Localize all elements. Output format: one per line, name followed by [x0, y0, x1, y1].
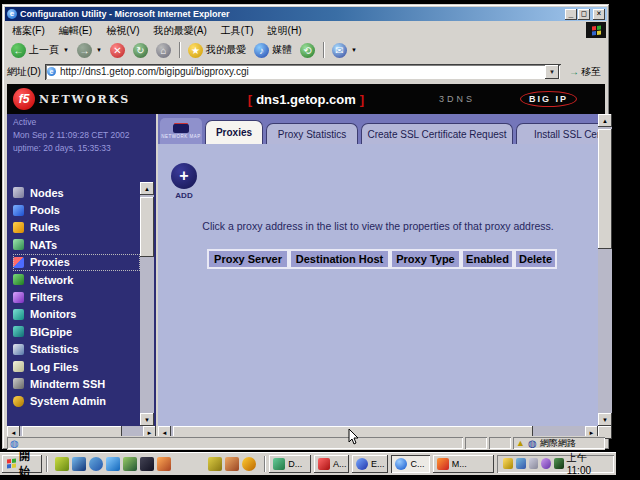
go-icon: → [569, 66, 579, 77]
sidebar-item-monitors[interactable]: Monitors [13, 306, 140, 323]
media-button[interactable]: ♪ 媒體 [250, 42, 296, 59]
sidebar-nav: Nodes Pools Rules NATs Proxies Network F… [13, 184, 140, 410]
system-tray: 上午 11:00 [497, 455, 614, 473]
sidebar-item-statistics[interactable]: Statistics [13, 341, 140, 358]
sidebar-item-proxies[interactable]: Proxies [13, 254, 140, 271]
address-input[interactable]: e http://dns1.getop.com/bigipgui/bigprox… [45, 64, 561, 80]
scroll-up-icon[interactable]: ▲ [140, 182, 154, 195]
quick-launch-icon[interactable] [225, 457, 239, 471]
sidebar-item-system-admin[interactable]: System Admin [13, 393, 140, 410]
back-label: 上一頁 [29, 43, 59, 57]
column-proxy-type[interactable]: Proxy Type [390, 249, 461, 269]
quick-launch-icon[interactable] [72, 457, 86, 471]
task-button-3[interactable]: E... [352, 455, 389, 473]
menu-view[interactable]: 檢視(V) [99, 23, 146, 39]
close-button[interactable]: × [593, 9, 605, 20]
task-button-4-active[interactable]: C... [391, 455, 429, 473]
content-scrollbar[interactable]: ▲ ▼ [598, 114, 612, 426]
quick-launch-icon[interactable] [123, 457, 137, 471]
column-destination-host[interactable]: Destination Host [289, 249, 390, 269]
media-label: 媒體 [272, 43, 292, 57]
tab-proxies[interactable]: Proxies [205, 120, 263, 144]
forward-icon: → [77, 43, 92, 58]
refresh-button[interactable]: ↻ [129, 42, 152, 59]
quick-launch-icon[interactable] [208, 457, 222, 471]
quick-launch-icon[interactable] [191, 457, 205, 471]
toolbar-separator [323, 42, 324, 58]
address-bar: 網址(D) e http://dns1.getop.com/bigipgui/b… [5, 61, 607, 82]
title-bar[interactable]: e Configuration Utility - Microsoft Inte… [5, 7, 607, 21]
column-proxy-server[interactable]: Proxy Server [207, 249, 289, 269]
address-dropdown-icon[interactable]: ▼ [545, 65, 559, 79]
forward-button[interactable]: → ▼ [73, 42, 106, 59]
sidebar-item-nodes[interactable]: Nodes [13, 184, 140, 201]
tray-icon[interactable] [554, 458, 564, 469]
mail-button[interactable]: ✉ ▼ [328, 42, 361, 59]
sidebar-item-rules[interactable]: Rules [13, 219, 140, 236]
scrollbar-thumb[interactable] [140, 197, 154, 257]
menu-file[interactable]: 檔案(F) [5, 23, 52, 39]
column-enabled[interactable]: Enabled [461, 249, 514, 269]
sidebar-item-filters[interactable]: Filters [13, 288, 140, 305]
add-label: ADD [171, 191, 197, 200]
scroll-down-icon[interactable]: ▼ [140, 413, 154, 426]
menu-help[interactable]: 說明(H) [261, 23, 309, 39]
quick-launch-icon[interactable] [242, 457, 256, 471]
tray-icon[interactable] [503, 458, 513, 469]
nav-3dns[interactable]: 3DNS [439, 94, 475, 104]
ie-window-icon: e [7, 9, 17, 19]
sidebar-item-network[interactable]: Network [13, 271, 140, 288]
instruction-text: Click a proxy address in the list to vie… [158, 220, 598, 232]
task-icon [273, 458, 285, 470]
network-map-button[interactable]: NETWORK MAP [160, 118, 202, 144]
forward-dropdown-icon[interactable]: ▼ [96, 47, 102, 53]
home-button[interactable]: ⌂ [152, 42, 175, 59]
quick-launch-icon[interactable] [89, 457, 103, 471]
scroll-up-icon[interactable]: ▲ [598, 114, 612, 127]
menu-favorites[interactable]: 我的最愛(A) [146, 23, 213, 39]
quick-launch-icon[interactable] [174, 457, 188, 471]
scrollbar-thumb[interactable] [598, 129, 612, 249]
tray-icon[interactable] [541, 458, 551, 469]
minimize-button[interactable]: _ [565, 9, 577, 20]
task-button-1[interactable]: D... [269, 455, 311, 473]
go-button[interactable]: → 移至 [565, 65, 605, 79]
menu-edit[interactable]: 編輯(E) [52, 23, 99, 39]
nav-bigip[interactable]: BIG IP [520, 91, 577, 107]
back-dropdown-icon[interactable]: ▼ [63, 47, 69, 53]
tab-proxy-statistics[interactable]: Proxy Statistics [266, 123, 358, 144]
quick-launch-icon[interactable] [157, 457, 171, 471]
tab-create-ssl-certificate-request[interactable]: Create SSL Certificate Request [361, 123, 513, 144]
add-button[interactable]: + [171, 163, 197, 189]
tab-install-ssl-certificate[interactable]: Install SSL Certif [516, 123, 598, 144]
sidebar-item-log-files[interactable]: Log Files [13, 358, 140, 375]
back-button[interactable]: ← 上一頁 ▼ [7, 42, 73, 59]
history-button[interactable]: ⟲ [296, 42, 319, 59]
menu-tools[interactable]: 工具(T) [214, 23, 261, 39]
tray-icon[interactable] [529, 458, 539, 469]
sidebar-item-pools[interactable]: Pools [13, 201, 140, 218]
history-icon: ⟲ [300, 43, 315, 58]
sidebar-scrollbar[interactable]: ▲ ▼ [140, 182, 154, 426]
quick-launch-icon[interactable] [55, 457, 69, 471]
scroll-down-icon[interactable]: ▼ [598, 413, 612, 426]
clock[interactable]: 上午 11:00 [567, 451, 608, 476]
task-button-2[interactable]: A... [314, 455, 349, 473]
tray-icon[interactable] [516, 458, 526, 469]
mail-dropdown-icon[interactable]: ▼ [351, 47, 357, 53]
sidebar-item-nats[interactable]: NATs [13, 236, 140, 253]
task-button-5[interactable]: M... [433, 455, 495, 473]
start-button[interactable]: 開始 [2, 455, 42, 473]
sidebar-item-label: Mindterm SSH [30, 378, 105, 390]
status-active: Active [13, 117, 156, 127]
sidebar-item-bigpipe[interactable]: BIGpipe [13, 323, 140, 340]
sidebar-item-mindterm-ssh[interactable]: Mindterm SSH [13, 375, 140, 392]
favorites-button[interactable]: ★ 我的最愛 [184, 42, 250, 59]
quick-launch-icon[interactable] [140, 457, 154, 471]
quick-launch-icon[interactable] [106, 457, 120, 471]
stop-button[interactable]: ✕ [106, 42, 129, 59]
bracket-right: ] [360, 92, 364, 107]
status-pane [489, 437, 511, 449]
maximize-button[interactable]: □ [578, 9, 590, 20]
column-delete[interactable]: Delete [514, 249, 557, 269]
